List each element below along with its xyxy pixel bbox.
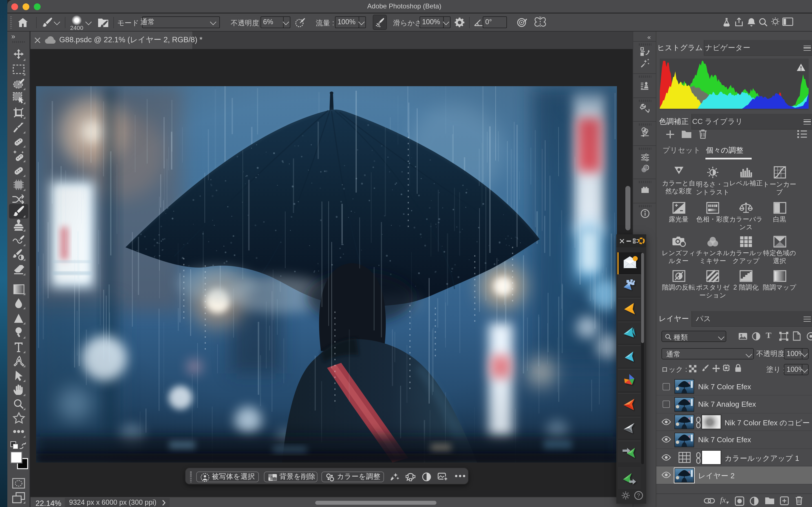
svg-text:?: ? [637, 492, 640, 499]
